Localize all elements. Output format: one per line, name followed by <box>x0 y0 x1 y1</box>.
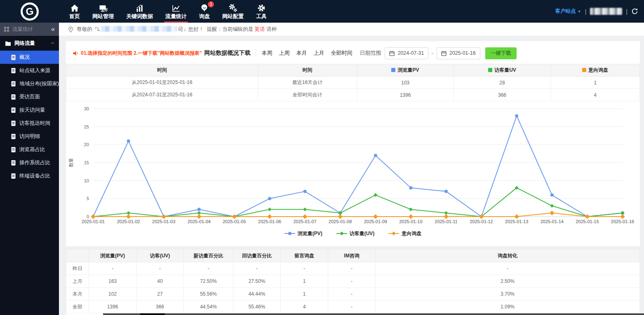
sidebar-item-label: 访客抵达时间 <box>19 120 50 127</box>
sidebar-item-label: 操作系统占比 <box>19 159 50 166</box>
nav-item-label: 网站管理 <box>92 13 114 19</box>
nav-item-traffic-stats[interactable]: 流量统计 <box>159 0 193 23</box>
sidebar-group-network-traffic[interactable]: 网络流量 − <box>0 36 59 51</box>
svg-text:5: 5 <box>87 196 89 201</box>
quick-link-4[interactable]: 全部时间 <box>331 49 352 57</box>
series-color-square <box>488 68 492 72</box>
legend-item-2[interactable]: 意向询盘 <box>388 230 421 237</box>
sidebar-item-9[interactable]: 终端设备占比 <box>0 169 59 182</box>
sidebar-item-5[interactable]: 访客抵达时间 <box>0 117 59 130</box>
sidebar-item-0[interactable]: 概况 <box>0 51 59 64</box>
nav-item-label: 工具 <box>256 13 267 19</box>
nav-item-inquiry[interactable]: 3询盘 <box>193 0 216 23</box>
document-icon <box>11 94 16 100</box>
summary-table: 时间时间浏览量PV访客量UV意向询盘 从2025-01-01至2025-01-1… <box>66 64 640 101</box>
summary-header-cell: 时间 <box>258 64 357 77</box>
quick-link-1[interactable]: 上周 <box>279 49 289 57</box>
svg-text:2025-01-07: 2025-01-07 <box>293 219 316 224</box>
detail-table-cell: 55.46% <box>233 301 281 313</box>
announcement-text: 01.选择指定的时间范围 2.一键下载"网站数据概况报表" <box>81 50 202 57</box>
date-to-input[interactable]: 2025-01-16 <box>437 47 480 59</box>
svg-text:10: 10 <box>84 178 89 183</box>
detail-header-cell: 留言询盘 <box>281 250 328 262</box>
detail-table-cell: 全部 <box>66 301 89 313</box>
detail-header-cell: 询盘转化 <box>376 250 640 262</box>
nav-item-site-manage[interactable]: 网站管理 <box>86 0 120 23</box>
detail-table-row: 全部139636644.54%55.46%4-1.09% <box>66 301 640 313</box>
quick-link-0[interactable]: 本周 <box>261 49 272 57</box>
nav-right: 客户站点 ▼ | | <box>555 8 644 15</box>
sidebar-item-7[interactable]: 浏览器占比 <box>0 143 59 156</box>
summary-table-cell: 366 <box>454 89 551 101</box>
app-logo[interactable]: G <box>0 2 59 21</box>
panel-title: 网站数据概况下载 <box>204 49 250 57</box>
sidebar-item-list: 概况站点链入来源地域分布(按国家)受访页面按天访问量访客抵达时间访问明细浏览器占… <box>0 51 59 182</box>
detail-header-cell: 新访量百分比 <box>184 250 233 262</box>
quick-link-2[interactable]: 本月 <box>296 49 307 57</box>
toolbar: 01.选择指定的时间范围 2.一键下载"网站数据概况报表" 网站数据概况下载 本… <box>66 44 640 62</box>
refresh-icon[interactable] <box>631 8 638 15</box>
svg-text:25: 25 <box>84 124 89 129</box>
sidebar-header: 流量统计 « <box>0 23 59 36</box>
document-icon <box>11 160 16 166</box>
nav-item-label: 关键词数据 <box>126 13 153 19</box>
document-icon <box>11 173 16 179</box>
detail-table-cell: 55.56% <box>184 288 233 301</box>
sidebar-panel-title: 流量统计 <box>12 26 33 33</box>
detail-header-cell: 回访量百分比 <box>233 250 281 262</box>
date-range-separator: - <box>431 49 433 57</box>
summary-table-cell: 103 <box>357 77 454 89</box>
sidebar-collapse-button[interactable]: « <box>51 26 55 33</box>
main-content: 尊敬的『L司』您好！ 提醒：当前编辑的是 英语 语种 01.选择指定的时间范围 … <box>59 23 644 315</box>
calendar-icon <box>389 51 395 56</box>
svg-text:2025-01-04: 2025-01-04 <box>188 219 211 224</box>
sidebar-item-6[interactable]: 访问明细 <box>0 130 59 143</box>
divider: | <box>626 8 628 15</box>
legend-item-0[interactable]: 浏览量(PV) <box>284 230 322 237</box>
series-color-square <box>391 68 395 72</box>
document-icon <box>11 81 16 87</box>
nav-item-keyword-data[interactable]: 关键词数据 <box>120 0 159 23</box>
nav-item-label: 流量统计 <box>165 13 187 19</box>
sidebar-item-label: 访问明细 <box>19 133 40 140</box>
sidebar-item-4[interactable]: 按天访问量 <box>0 103 59 117</box>
sidebar-item-8[interactable]: 操作系统占比 <box>0 156 59 169</box>
chart-legend: 浏览量(PV)访客量(UV)意向询盘 <box>66 228 640 239</box>
summary-table-cell: 28 <box>454 77 551 89</box>
detail-table-cell: 1 <box>281 275 328 288</box>
nav-item-site-config[interactable]: 网站配置 <box>216 0 250 23</box>
sidebar-item-1[interactable]: 站点链入来源 <box>0 64 59 77</box>
quick-link-3[interactable]: 上月 <box>313 49 324 57</box>
sidebar-item-3[interactable]: 受访页面 <box>0 90 59 103</box>
summary-table-cell: 从2024-07-31至2025-01-16 <box>66 89 258 101</box>
svg-text:2025-01-13: 2025-01-13 <box>505 219 528 224</box>
folder-icon <box>5 41 11 46</box>
nav-item-home[interactable]: 首页 <box>63 0 86 23</box>
line-chart-icon <box>172 3 181 12</box>
detail-panel: 浏览量(PV)访客(UV)新访量百分比回访量百分比留言询盘IM咨询询盘转化 昨日… <box>66 249 640 315</box>
summary-header-row: 时间时间浏览量PV访客量UV意向询盘 <box>66 64 640 77</box>
sidebar-item-label: 终端设备占比 <box>19 173 50 180</box>
divider: | <box>585 8 587 15</box>
detail-table-cell: 27.50% <box>233 275 281 288</box>
nav-item-label: 网站配置 <box>222 13 244 19</box>
summary-table-cell: 4 <box>551 89 640 101</box>
calendar-icon <box>441 51 447 56</box>
download-button[interactable]: 一键下载 <box>485 47 517 59</box>
detail-table-cell: 102 <box>89 288 136 301</box>
detail-table-row: 上月1634072.50%27.50%1-2.50% <box>66 275 640 288</box>
date-from-input[interactable]: 2024-07-31 <box>385 47 428 59</box>
summary-header-cell: 访客量UV <box>454 64 551 77</box>
summary-table-row: 从2024-07-31至2025-01-16全部时间合计13963664 <box>66 89 640 101</box>
summary-header-cell: 时间 <box>66 64 258 77</box>
current-language: 英语 <box>254 26 265 32</box>
site-selector-dropdown[interactable]: 客户站点 ▼ <box>555 8 581 15</box>
summary-header-cell: 意向询盘 <box>551 64 640 77</box>
legend-item-1[interactable]: 访客量(UV) <box>336 230 375 237</box>
collapse-minus-icon[interactable]: − <box>51 40 54 46</box>
document-icon <box>11 54 16 61</box>
sidebar-item-2[interactable]: 地域分布(按国家) <box>0 77 59 90</box>
document-icon <box>11 133 16 140</box>
sidebar: 流量统计 « 网络流量 − 概况站点链入来源地域分布(按国家)受访页面按天访问量… <box>0 23 59 315</box>
nav-item-tools[interactable]: 工具 <box>250 0 273 23</box>
